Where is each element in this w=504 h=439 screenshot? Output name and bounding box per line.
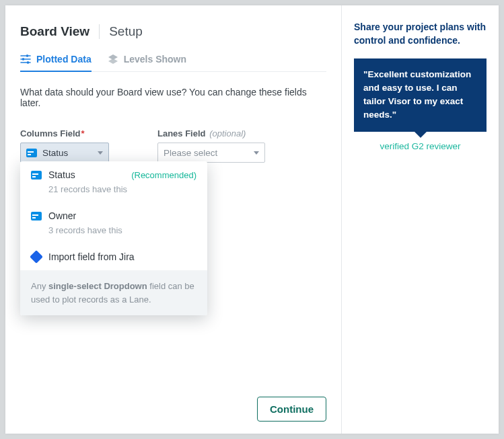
- recommended-badge: (Recommended): [131, 170, 196, 180]
- dropdown-footer: Any single-select Dropdown field can be …: [20, 270, 207, 315]
- breadcrumb-separator: [99, 24, 100, 39]
- option-meta: 3 records have this: [48, 225, 196, 235]
- chevron-down-icon: [254, 151, 259, 155]
- columns-field-label: Columns Field*: [20, 128, 109, 138]
- lanes-placeholder: Please select: [164, 148, 217, 158]
- option-meta: 21 records have this: [48, 184, 196, 194]
- tabs: Plotted Data Levels Shown: [20, 54, 326, 72]
- continue-button[interactable]: Continue: [257, 397, 326, 422]
- reviewer-attribution: verified G2 reviewer: [354, 141, 487, 151]
- tab-levels-shown[interactable]: Levels Shown: [108, 54, 186, 72]
- status-icon: [31, 171, 42, 179]
- columns-selected-value: Status: [42, 148, 68, 158]
- helper-text: What data should your Board view use? Yo…: [20, 87, 326, 108]
- lanes-field-select[interactable]: Please select: [157, 143, 265, 163]
- tab-label: Plotted Data: [36, 54, 92, 65]
- svg-marker-7: [108, 58, 118, 64]
- dropdown-option-owner[interactable]: Owner 3 records have this: [20, 202, 207, 243]
- layers-icon: [108, 54, 118, 64]
- required-asterisk: *: [81, 128, 85, 138]
- testimonial-quote: "Excellent customization and easy to use…: [354, 58, 487, 132]
- breadcrumb-title: Board View: [20, 24, 89, 39]
- optional-label: (optional): [209, 128, 246, 138]
- sidebar-heading: Share your project plans with control an…: [354, 20, 487, 48]
- status-icon: [26, 149, 37, 157]
- jira-icon: [30, 250, 43, 264]
- columns-field-select[interactable]: Status: [20, 143, 109, 163]
- lanes-field-block: Lanes Field (optional) Please select: [157, 128, 265, 163]
- option-name: Status: [48, 169, 75, 180]
- dropdown-import-jira[interactable]: Import field from Jira: [20, 243, 207, 270]
- breadcrumb: Board View Setup: [20, 24, 326, 39]
- tab-label: Levels Shown: [124, 54, 186, 65]
- dropdown-option-status[interactable]: Status (Recommended) 21 records have thi…: [20, 161, 207, 202]
- option-name: Owner: [48, 210, 76, 221]
- svg-rect-3: [26, 54, 28, 57]
- columns-field-block: Columns Field* Status: [20, 128, 109, 163]
- status-icon: [31, 212, 42, 221]
- breadcrumb-sub: Setup: [109, 24, 143, 39]
- sidebar: Share your project plans with control an…: [341, 5, 499, 434]
- chevron-down-icon: [98, 151, 103, 155]
- lanes-field-label: Lanes Field (optional): [157, 128, 265, 138]
- tab-plotted-data[interactable]: Plotted Data: [20, 54, 92, 72]
- svg-rect-4: [22, 58, 24, 61]
- sliders-icon: [20, 54, 31, 64]
- columns-dropdown-panel: Status (Recommended) 21 records have thi…: [20, 161, 207, 315]
- import-label: Import field from Jira: [48, 251, 135, 262]
- svg-rect-5: [27, 61, 29, 64]
